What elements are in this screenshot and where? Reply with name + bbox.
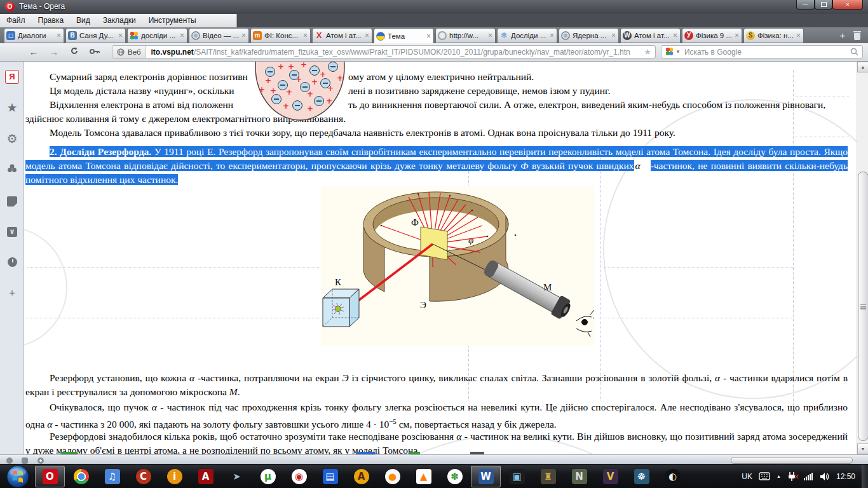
add-panel-icon[interactable]: ＋ [4, 285, 20, 301]
taskbar-button-dark-orb-app[interactable]: ◐ [658, 466, 688, 487]
unite-fan-icon[interactable] [4, 163, 20, 178]
tab-google-search[interactable]: досліди ...× [127, 28, 187, 43]
settings-gear-icon[interactable]: ⚙ [4, 132, 20, 147]
downloads-icon[interactable]: ∨ [4, 224, 20, 240]
tab-close-icon[interactable]: × [302, 31, 308, 40]
language-indicator[interactable]: UK [742, 472, 752, 481]
tab-close-icon[interactable]: × [734, 31, 740, 40]
menu-item-4[interactable]: Инструменты [142, 14, 203, 27]
tab-close-icon[interactable]: × [364, 31, 370, 40]
vertical-scrollbar[interactable]: ▲ ▼ [857, 62, 868, 454]
minimize-button[interactable]: — [796, 0, 815, 10]
tab-close-icon[interactable]: × [118, 31, 123, 40]
taskbar-button-utorrent[interactable]: µ [253, 466, 283, 487]
tab-tema[interactable]: Тема× [374, 28, 434, 43]
taskbar-button-vlc[interactable]: ▲ [409, 466, 438, 487]
scroll-up-arrow[interactable]: ▲ [857, 62, 868, 72]
forward-button[interactable]: → [47, 46, 61, 58]
title-bar[interactable]: O Тема - Opera — × [0, 0, 868, 14]
tab-atom-1[interactable]: ХАтом і ат...× [312, 28, 372, 43]
taskbar-button-floppy-app[interactable]: ▤ [315, 466, 345, 487]
search-engine-caret-icon[interactable]: ▼ [675, 49, 681, 55]
new-tab-button[interactable]: + [837, 30, 848, 41]
panels-toggle-icon[interactable] [6, 458, 13, 464]
tab-label: Диалоги [18, 32, 56, 39]
tab-close-icon[interactable]: × [611, 31, 616, 40]
menu-item-0[interactable]: Файл [0, 14, 32, 27]
tab-close-icon[interactable]: × [796, 31, 801, 40]
taskbar-button-red-orb-app[interactable]: ◉ [284, 466, 314, 487]
menu-item-1[interactable]: Правка [32, 14, 71, 27]
taskbar-button-green-app[interactable]: ✽ [440, 466, 470, 487]
menu-item-3[interactable]: Закладки [97, 14, 142, 27]
tab-close-icon[interactable]: × [241, 31, 247, 40]
tab-atom-2[interactable]: WАтом і ат...× [620, 28, 681, 43]
volume-icon[interactable] [820, 472, 830, 481]
taskbar-button-word[interactable]: W [471, 466, 501, 487]
doslidy-favicon: ❄ [499, 31, 508, 40]
scroll-down-arrow[interactable]: ▼ [857, 444, 868, 454]
tab-yaderna[interactable]: Ядерна ...× [559, 28, 619, 43]
restore-button[interactable] [815, 0, 832, 10]
taskbar-button-adobe-reader[interactable]: A [191, 466, 220, 487]
address-field[interactable]: Веб ito.vspu.net/SAIT/inst_kaf/kafedru/m… [112, 45, 656, 58]
tab-video[interactable]: Відео — ...× [189, 28, 249, 43]
taskbar-button-info-app[interactable]: i [159, 466, 189, 487]
bookmark-star-icon[interactable]: ★ [640, 47, 655, 57]
taskbar-button-opera[interactable]: O [35, 466, 65, 487]
tab-doslidy[interactable]: ❄Досліди ...× [497, 28, 557, 43]
taskbar-button-chrome[interactable] [66, 466, 96, 487]
taskbar-button-aida[interactable]: ▣ [502, 466, 532, 487]
tab-close-icon[interactable]: × [487, 31, 493, 40]
taskbar-button-wot[interactable]: ♜ [533, 466, 563, 487]
start-button[interactable] [5, 464, 31, 488]
taskbar-button-game-v[interactable]: V [595, 466, 625, 487]
tab-close-icon[interactable]: × [426, 32, 431, 41]
power-plug-icon[interactable]: ✕ [787, 471, 797, 482]
taskbar-button-orange-ball-app[interactable]: ● [377, 466, 407, 487]
menu-item-2[interactable]: Вид [70, 14, 97, 27]
reload-button[interactable] [67, 46, 81, 58]
network-signal-icon[interactable] [804, 473, 813, 480]
history-clock-icon[interactable] [4, 255, 20, 270]
tab-label: досліди ... [141, 32, 179, 39]
taskbar-button-paper-plane[interactable]: ➤ [222, 466, 252, 487]
search-placeholder: Искать в Google [684, 48, 850, 57]
security-badge[interactable]: Веб [112, 46, 146, 58]
tab-close-icon[interactable]: × [672, 31, 678, 40]
tab-dialogs[interactable]: ◻Диалоги× [4, 28, 64, 43]
turbo-icon[interactable] [37, 458, 44, 464]
magnifier-icon[interactable] [850, 48, 858, 56]
taskbar-button-aimp[interactable]: A [346, 466, 376, 487]
tab-close-icon[interactable]: × [179, 31, 185, 40]
desktop: O Тема - Opera — × ФайлПравкаВидЗакладки… [0, 0, 868, 488]
search-field[interactable]: ▼ Искать в Google [661, 45, 863, 58]
tab-fizyka-n[interactable]: ЅФізика: н...× [743, 28, 804, 43]
bookmarks-star-icon[interactable]: ★ [4, 100, 20, 116]
tab-close-icon[interactable]: × [549, 31, 555, 40]
notes-icon[interactable] [4, 194, 20, 209]
tab-fi-conspect[interactable]: mФІ: Конс...× [250, 28, 311, 43]
back-button[interactable]: ← [27, 46, 41, 58]
keyboard-icon[interactable] [759, 472, 770, 480]
close-button[interactable]: × [832, 0, 863, 10]
scrollbar-thumb[interactable] [858, 172, 868, 441]
tab-close-icon[interactable]: × [56, 31, 62, 40]
horizontal-scrollbar-thumb[interactable] [731, 457, 853, 464]
clock[interactable]: 12:50 [836, 472, 855, 481]
text-line: Модель Томсона здавалася привабливою з т… [50, 127, 675, 139]
tab-loading-page[interactable]: http://w...× [435, 28, 496, 43]
tab-fizyka9[interactable]: УФізика 9 ...× [682, 28, 742, 43]
taskbar-button-music-app[interactable]: ♫ [97, 466, 127, 487]
label-microscope: М [543, 282, 552, 292]
taskbar-button-nfs[interactable]: N [564, 466, 594, 487]
key-icon[interactable] [88, 46, 102, 58]
unite-icon[interactable] [22, 458, 28, 464]
hidden-icons-caret[interactable]: ▲ [776, 474, 781, 478]
taskbar-button-game-sea[interactable]: ☸ [627, 466, 656, 487]
tab-vk-page[interactable]: ВСаня Ду...× [65, 28, 126, 43]
closed-tabs-trash-icon[interactable] [853, 31, 862, 41]
taskbar-button-ccleaner[interactable]: C [128, 466, 158, 487]
yandex-panel-icon[interactable]: Я [4, 69, 20, 84]
show-desktop-button[interactable] [862, 464, 868, 488]
